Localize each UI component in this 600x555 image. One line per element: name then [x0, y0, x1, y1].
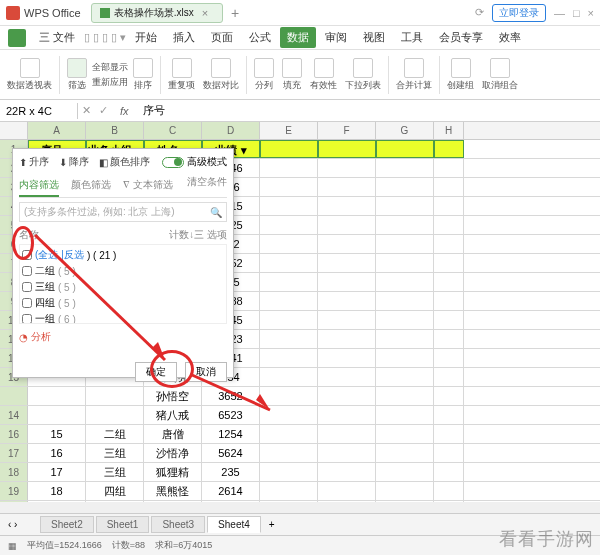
analyze-button[interactable]: ◔ 分析: [19, 330, 227, 344]
menu-view[interactable]: 视图: [356, 27, 392, 48]
row-header[interactable]: 19: [0, 482, 28, 500]
tab-close-icon[interactable]: ×: [202, 7, 208, 19]
filter-count-col[interactable]: 计数↓: [169, 228, 194, 242]
sheet-tab[interactable]: Sheet3: [151, 516, 205, 533]
ok-button[interactable]: 确定: [135, 362, 177, 382]
ribbon-ungroup[interactable]: 取消组合: [479, 58, 521, 92]
col-G[interactable]: G: [376, 122, 434, 139]
file-menu[interactable]: 三 文件: [32, 27, 82, 48]
cell[interactable]: 孙悟空: [144, 387, 202, 405]
cell[interactable]: 5624: [202, 444, 260, 462]
cell[interactable]: 6523: [202, 406, 260, 424]
filter-search-input[interactable]: (支持多条件过滤, 例如: 北京 上海) 🔍: [19, 202, 227, 222]
filter-checkbox[interactable]: [22, 298, 32, 308]
cell[interactable]: [86, 387, 144, 405]
filter-item[interactable]: 三组 ( 5 ): [22, 279, 224, 295]
ribbon-dropdown[interactable]: 下拉列表: [342, 58, 384, 92]
select-all-checkbox[interactable]: [22, 250, 32, 260]
filter-checkbox[interactable]: [22, 314, 32, 324]
ribbon-fill[interactable]: 填充: [279, 58, 305, 92]
formula-input[interactable]: 序号: [137, 103, 171, 118]
cell[interactable]: 三组: [86, 463, 144, 481]
ribbon-duplicates[interactable]: 重复项: [165, 58, 198, 92]
filter-item[interactable]: 四组 ( 5 ): [22, 295, 224, 311]
advanced-mode-toggle[interactable]: 高级模式: [162, 155, 227, 169]
menu-data[interactable]: 数据: [280, 27, 316, 48]
ribbon-filter-extra[interactable]: 全部显示重新应用: [92, 61, 128, 89]
menu-formula[interactable]: 公式: [242, 27, 278, 48]
col-C[interactable]: C: [144, 122, 202, 139]
filter-tab-text[interactable]: ∇ 文本筛选: [123, 175, 173, 197]
col-E[interactable]: E: [260, 122, 318, 139]
menu-tools[interactable]: 工具: [394, 27, 430, 48]
cell[interactable]: 狐狸精: [144, 463, 202, 481]
cell[interactable]: 四组: [86, 501, 144, 502]
maximize-button[interactable]: □: [573, 7, 580, 19]
col-A[interactable]: A: [28, 122, 86, 139]
sort-desc-button[interactable]: ⬇降序: [59, 155, 89, 169]
row-header[interactable]: [0, 387, 28, 405]
cell[interactable]: 大鹏: [144, 501, 202, 502]
cell[interactable]: 17: [28, 463, 86, 481]
ribbon-validate[interactable]: 有效性: [307, 58, 340, 92]
login-button[interactable]: 立即登录: [492, 4, 546, 22]
ribbon-pivot[interactable]: 数据透视表: [4, 58, 55, 92]
cell[interactable]: [28, 387, 86, 405]
row-header[interactable]: 14: [0, 406, 28, 424]
filter-tab-color[interactable]: 颜色筛选: [71, 175, 111, 197]
cell[interactable]: [28, 406, 86, 424]
col-F[interactable]: F: [318, 122, 376, 139]
document-tab[interactable]: 表格操作场景.xlsx ×: [91, 3, 223, 23]
cell[interactable]: 四组: [86, 482, 144, 500]
menu-member[interactable]: 会员专享: [432, 27, 490, 48]
ribbon-group[interactable]: 创建组: [444, 58, 477, 92]
fx-icon[interactable]: fx: [112, 105, 137, 117]
cell[interactable]: 2614: [202, 482, 260, 500]
menu-start[interactable]: 开始: [128, 27, 164, 48]
sheet-tab[interactable]: Sheet2: [40, 516, 94, 533]
filter-options[interactable]: 三 选项: [194, 228, 227, 242]
filter-checkbox[interactable]: [22, 282, 32, 292]
cell[interactable]: 3652: [202, 387, 260, 405]
accept-formula-icon[interactable]: ✓: [95, 104, 112, 117]
col-H[interactable]: H: [434, 122, 464, 139]
cancel-formula-icon[interactable]: ✕: [78, 104, 95, 117]
menu-page[interactable]: 页面: [204, 27, 240, 48]
filter-checkbox[interactable]: [22, 266, 32, 276]
sheet-tab[interactable]: Sheet4: [207, 516, 261, 533]
menu-icons[interactable]: ▯ ▯ ▯ ▯ ▾: [84, 31, 126, 44]
close-button[interactable]: ×: [588, 7, 594, 19]
cell[interactable]: 二组: [86, 425, 144, 443]
color-sort-button[interactable]: ◧颜色排序: [99, 155, 150, 169]
cell[interactable]: 19: [28, 501, 86, 502]
filter-item[interactable]: 二组 ( 5 ): [22, 263, 224, 279]
cell[interactable]: 唐僧: [144, 425, 202, 443]
sort-asc-button[interactable]: ⬆升序: [19, 155, 49, 169]
cell[interactable]: 18: [28, 482, 86, 500]
filter-tab-content[interactable]: 内容筛选: [19, 175, 59, 197]
filter-item[interactable]: 一组 ( 6 ): [22, 311, 224, 324]
cell[interactable]: 16: [28, 444, 86, 462]
row-header[interactable]: 17: [0, 444, 28, 462]
cell[interactable]: 1254: [202, 425, 260, 443]
name-box[interactable]: 22R x 4C: [0, 103, 78, 119]
ribbon-split[interactable]: 分列: [251, 58, 277, 92]
cell[interactable]: 15: [28, 425, 86, 443]
sheet-tab[interactable]: Sheet1: [96, 516, 150, 533]
sync-icon[interactable]: ⟳: [475, 6, 484, 19]
cell[interactable]: 三组: [86, 444, 144, 462]
menu-review[interactable]: 审阅: [318, 27, 354, 48]
select-all-row[interactable]: (全选|反选) ( 21 ): [22, 247, 224, 263]
cell[interactable]: 沙悟净: [144, 444, 202, 462]
cancel-button[interactable]: 取消: [185, 362, 227, 382]
cell[interactable]: [86, 406, 144, 424]
select-all-corner[interactable]: [0, 122, 28, 139]
ribbon-consolidate[interactable]: 合并计算: [393, 58, 435, 92]
minimize-button[interactable]: —: [554, 7, 565, 19]
ribbon-sort[interactable]: 排序: [130, 58, 156, 92]
cell[interactable]: 235: [202, 463, 260, 481]
row-header[interactable]: 18: [0, 463, 28, 481]
row-header[interactable]: 20: [0, 501, 28, 502]
add-sheet-button[interactable]: +: [263, 519, 281, 530]
menu-efficiency[interactable]: 效率: [492, 27, 528, 48]
